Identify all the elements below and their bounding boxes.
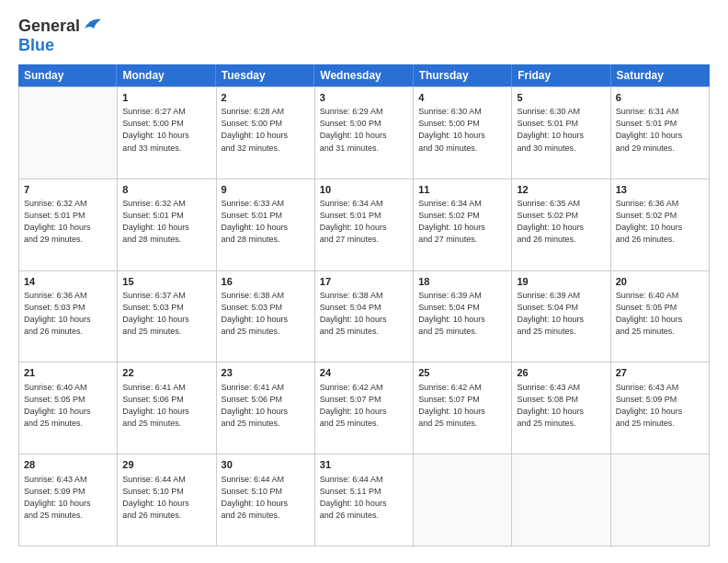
calendar: SundayMondayTuesdayWednesdayThursdayFrid…: [18, 64, 710, 546]
weekday-header-wednesday: Wednesday: [314, 64, 413, 86]
day-number: 30: [222, 458, 310, 472]
day-info: Sunrise: 6:41 AMSunset: 5:06 PMDaylight:…: [222, 382, 310, 430]
day-info: Sunrise: 6:31 AMSunset: 5:01 PMDaylight:…: [616, 106, 704, 154]
table-row: 16Sunrise: 6:38 AMSunset: 5:03 PMDayligh…: [217, 271, 315, 362]
day-info: Sunrise: 6:43 AMSunset: 5:08 PMDaylight:…: [517, 382, 605, 430]
calendar-week-2: 7Sunrise: 6:32 AMSunset: 5:01 PMDaylight…: [19, 179, 710, 271]
day-number: 2: [222, 91, 310, 105]
day-info: Sunrise: 6:34 AMSunset: 5:01 PMDaylight:…: [320, 198, 408, 246]
day-info: Sunrise: 6:28 AMSunset: 5:00 PMDaylight:…: [222, 106, 310, 154]
calendar-week-4: 21Sunrise: 6:40 AMSunset: 5:05 PMDayligh…: [19, 362, 710, 454]
table-row: 23Sunrise: 6:41 AMSunset: 5:06 PMDayligh…: [217, 362, 315, 454]
day-info: Sunrise: 6:42 AMSunset: 5:07 PMDaylight:…: [418, 382, 506, 430]
day-number: 23: [222, 366, 310, 380]
day-number: 26: [517, 366, 605, 380]
weekday-header-thursday: Thursday: [414, 64, 512, 86]
day-info: Sunrise: 6:32 AMSunset: 5:01 PMDaylight:…: [24, 198, 112, 246]
day-number: 22: [122, 366, 210, 380]
day-info: Sunrise: 6:44 AMSunset: 5:11 PMDaylight:…: [320, 474, 408, 522]
day-info: Sunrise: 6:39 AMSunset: 5:04 PMDaylight:…: [517, 290, 605, 338]
table-row: 14Sunrise: 6:36 AMSunset: 5:03 PMDayligh…: [19, 271, 118, 362]
day-number: 6: [616, 91, 704, 105]
table-row: 7Sunrise: 6:32 AMSunset: 5:01 PMDaylight…: [19, 179, 118, 270]
day-info: Sunrise: 6:27 AMSunset: 5:00 PMDaylight:…: [122, 106, 210, 154]
calendar-week-5: 28Sunrise: 6:43 AMSunset: 5:09 PMDayligh…: [19, 454, 710, 546]
day-number: 5: [517, 91, 605, 105]
logo-general: General: [18, 17, 80, 36]
day-number: 8: [122, 183, 210, 197]
table-row: 20Sunrise: 6:40 AMSunset: 5:05 PMDayligh…: [611, 271, 710, 362]
day-number: 21: [24, 366, 112, 380]
table-row: [611, 454, 710, 546]
day-number: 16: [222, 275, 310, 289]
day-info: Sunrise: 6:44 AMSunset: 5:10 PMDaylight:…: [122, 474, 210, 522]
day-number: 7: [24, 183, 112, 197]
day-info: Sunrise: 6:34 AMSunset: 5:02 PMDaylight:…: [418, 198, 506, 246]
day-info: Sunrise: 6:41 AMSunset: 5:06 PMDaylight:…: [122, 382, 210, 430]
day-number: 9: [222, 183, 310, 197]
day-info: Sunrise: 6:38 AMSunset: 5:04 PMDaylight:…: [320, 290, 408, 338]
table-row: [414, 454, 512, 546]
day-number: 31: [320, 458, 408, 472]
day-number: 24: [320, 366, 408, 380]
day-number: 27: [616, 366, 704, 380]
day-number: 1: [122, 91, 210, 105]
table-row: 24Sunrise: 6:42 AMSunset: 5:07 PMDayligh…: [315, 362, 414, 454]
table-row: [512, 454, 610, 546]
day-info: Sunrise: 6:38 AMSunset: 5:03 PMDaylight:…: [222, 290, 310, 338]
table-row: 13Sunrise: 6:36 AMSunset: 5:02 PMDayligh…: [611, 179, 710, 270]
table-row: [19, 87, 118, 178]
calendar-week-1: 1Sunrise: 6:27 AMSunset: 5:00 PMDaylight…: [19, 87, 710, 179]
table-row: 15Sunrise: 6:37 AMSunset: 5:03 PMDayligh…: [118, 271, 216, 362]
day-info: Sunrise: 6:32 AMSunset: 5:01 PMDaylight:…: [122, 198, 210, 246]
day-info: Sunrise: 6:39 AMSunset: 5:04 PMDaylight:…: [418, 290, 506, 338]
table-row: 21Sunrise: 6:40 AMSunset: 5:05 PMDayligh…: [19, 362, 118, 454]
table-row: 6Sunrise: 6:31 AMSunset: 5:01 PMDaylight…: [611, 87, 710, 178]
day-info: Sunrise: 6:37 AMSunset: 5:03 PMDaylight:…: [122, 290, 210, 338]
table-row: 18Sunrise: 6:39 AMSunset: 5:04 PMDayligh…: [414, 271, 512, 362]
weekday-header-tuesday: Tuesday: [216, 64, 314, 86]
table-row: 3Sunrise: 6:29 AMSunset: 5:00 PMDaylight…: [315, 87, 414, 178]
logo-bird-icon: [83, 16, 103, 36]
day-info: Sunrise: 6:36 AMSunset: 5:03 PMDaylight:…: [24, 290, 112, 338]
table-row: 11Sunrise: 6:34 AMSunset: 5:02 PMDayligh…: [414, 179, 512, 270]
table-row: 17Sunrise: 6:38 AMSunset: 5:04 PMDayligh…: [315, 271, 414, 362]
table-row: 12Sunrise: 6:35 AMSunset: 5:02 PMDayligh…: [512, 179, 610, 270]
weekday-header-friday: Friday: [512, 64, 610, 86]
table-row: 22Sunrise: 6:41 AMSunset: 5:06 PMDayligh…: [118, 362, 216, 454]
logo: General Blue: [18, 17, 103, 55]
table-row: 5Sunrise: 6:30 AMSunset: 5:01 PMDaylight…: [512, 87, 610, 178]
day-info: Sunrise: 6:30 AMSunset: 5:01 PMDaylight:…: [517, 106, 605, 154]
day-info: Sunrise: 6:40 AMSunset: 5:05 PMDaylight:…: [616, 290, 704, 338]
table-row: 9Sunrise: 6:33 AMSunset: 5:01 PMDaylight…: [217, 179, 315, 270]
calendar-header: SundayMondayTuesdayWednesdayThursdayFrid…: [18, 64, 710, 86]
table-row: 25Sunrise: 6:42 AMSunset: 5:07 PMDayligh…: [414, 362, 512, 454]
weekday-header-monday: Monday: [117, 64, 215, 86]
table-row: 8Sunrise: 6:32 AMSunset: 5:01 PMDaylight…: [118, 179, 216, 270]
table-row: 29Sunrise: 6:44 AMSunset: 5:10 PMDayligh…: [118, 454, 216, 546]
day-info: Sunrise: 6:43 AMSunset: 5:09 PMDaylight:…: [24, 474, 112, 522]
day-number: 15: [122, 275, 210, 289]
day-info: Sunrise: 6:42 AMSunset: 5:07 PMDaylight:…: [320, 382, 408, 430]
day-number: 12: [517, 183, 605, 197]
table-row: 30Sunrise: 6:44 AMSunset: 5:10 PMDayligh…: [217, 454, 315, 546]
table-row: 10Sunrise: 6:34 AMSunset: 5:01 PMDayligh…: [315, 179, 414, 270]
day-number: 19: [517, 275, 605, 289]
day-info: Sunrise: 6:30 AMSunset: 5:00 PMDaylight:…: [418, 106, 506, 154]
day-info: Sunrise: 6:44 AMSunset: 5:10 PMDaylight:…: [222, 474, 310, 522]
table-row: 28Sunrise: 6:43 AMSunset: 5:09 PMDayligh…: [19, 454, 118, 546]
logo-blue: Blue: [18, 36, 54, 54]
day-number: 17: [320, 275, 408, 289]
weekday-header-saturday: Saturday: [611, 64, 710, 86]
day-info: Sunrise: 6:29 AMSunset: 5:00 PMDaylight:…: [320, 106, 408, 154]
table-row: 19Sunrise: 6:39 AMSunset: 5:04 PMDayligh…: [512, 271, 610, 362]
table-row: 26Sunrise: 6:43 AMSunset: 5:08 PMDayligh…: [512, 362, 610, 454]
day-number: 10: [320, 183, 408, 197]
day-number: 28: [24, 458, 112, 472]
day-number: 11: [418, 183, 506, 197]
weekday-header-sunday: Sunday: [18, 64, 117, 86]
calendar-body: 1Sunrise: 6:27 AMSunset: 5:00 PMDaylight…: [18, 86, 710, 546]
day-number: 14: [24, 275, 112, 289]
table-row: 1Sunrise: 6:27 AMSunset: 5:00 PMDaylight…: [118, 87, 216, 178]
day-info: Sunrise: 6:35 AMSunset: 5:02 PMDaylight:…: [517, 198, 605, 246]
